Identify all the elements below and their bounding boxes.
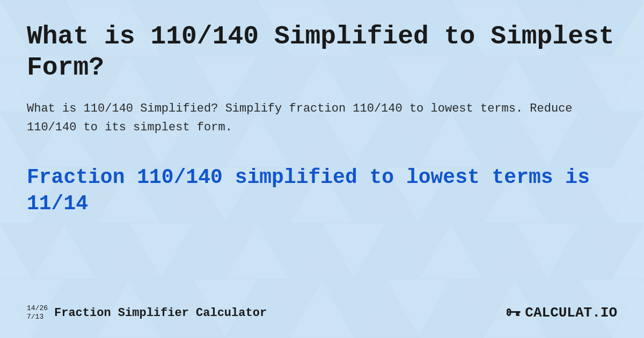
footer-site-title: Fraction Simplifier Calculator xyxy=(54,306,267,320)
page-title: What is 110/140 Simplified to Simplest F… xyxy=(27,21,617,83)
footer: 14/26 7/13 Fraction Simplifier Calculato… xyxy=(27,298,617,322)
result-text: Fraction 110/140 simplified to lowest te… xyxy=(27,164,617,217)
fraction-top: 14/26 xyxy=(27,304,48,313)
footer-left: 14/26 7/13 Fraction Simplifier Calculato… xyxy=(27,304,267,321)
footer-logo: 🗝 CALCULAT.IO xyxy=(506,304,617,322)
logo-text: CALCULAT.IO xyxy=(525,305,617,321)
key-icon: 🗝 xyxy=(506,304,521,322)
footer-fraction: 14/26 7/13 xyxy=(27,304,48,321)
page-description: What is 110/140 Simplified? Simplify fra… xyxy=(27,99,617,137)
fraction-bottom: 7/13 xyxy=(27,313,48,321)
